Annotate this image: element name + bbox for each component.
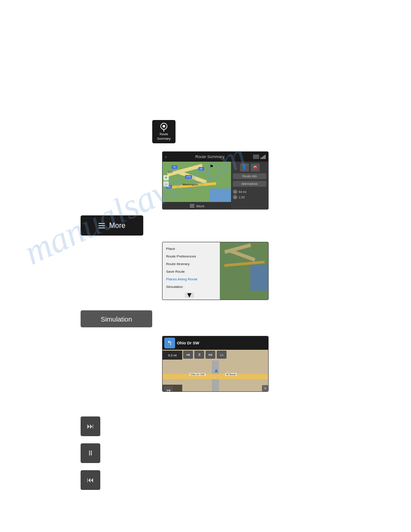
map-label-wv: WV — [168, 171, 173, 174]
sim-road-horizontal — [163, 374, 269, 379]
right-panel: 👤 🚘 Route Info Alternatives ⬡ 64 mi ◷ 1:… — [231, 162, 268, 210]
pause-button[interactable]: ⏸ — [194, 351, 204, 359]
speed-badge: 19 — [164, 386, 173, 392]
sim-label-ohio: Ohio Dr SW — [189, 373, 206, 376]
nav-arrow-icon: ▲ — [214, 367, 219, 373]
more-label-text: More — [109, 222, 125, 230]
distance-icon: ⬡ — [233, 189, 237, 194]
more-text: More — [196, 204, 204, 208]
map-label-washington: Washington — [183, 183, 198, 186]
map-badge-55: 55 — [198, 167, 204, 171]
map-area: WV Washington 70 55 270 81 + − ⚑ More — [163, 162, 232, 210]
sim-close-button[interactable]: ✕ — [262, 385, 268, 391]
pin-icon — [160, 123, 168, 132]
dropdown-map-preview — [220, 242, 268, 300]
map-badge-70: 70 — [171, 165, 177, 169]
back-button[interactable]: ‹ — [165, 154, 167, 159]
route-info-button[interactable]: Route Info — [233, 173, 266, 179]
next-button[interactable]: ⏭ — [81, 416, 100, 436]
screen-title: Route Summary — [195, 154, 224, 159]
dropdown-item-simulation[interactable]: Simulation — [166, 283, 217, 291]
dropdown-item-route-itinerary[interactable]: Route Itinerary — [166, 260, 217, 268]
more-button-bar[interactable]: More — [163, 202, 232, 210]
sim-label-wbasin: W Basin — [225, 373, 237, 376]
map-badge-270: 270 — [185, 175, 192, 179]
dropdown-item-place[interactable]: Place — [166, 245, 217, 253]
simulation-screen: ↰ Ohio Dr SW 0.3 mi ⏮ ⏸ ⏭ 1x ▲ Ohio Dr S… — [162, 336, 269, 392]
skip-forward-button[interactable]: ⏭ — [206, 351, 215, 359]
map-zoom-controls: + − — [163, 175, 169, 187]
distance-value: 0.3 mi — [168, 354, 176, 357]
skip-back-icon: ⏮ — [87, 476, 94, 484]
route-summary-label: Route — [160, 133, 168, 136]
turn-arrow-icon: ↰ — [164, 338, 175, 348]
prev-button[interactable]: ⏮ — [81, 470, 100, 490]
route-summary-label2: Summary — [157, 137, 171, 141]
car-icon: 🚘 — [251, 163, 260, 172]
dropdown-screen: Place Route Preferences Route Itinerary … — [162, 242, 269, 300]
alternatives-button[interactable]: Alternatives — [233, 181, 266, 187]
zoom-in-button[interactable]: + — [163, 175, 169, 180]
map-preview-area — [220, 242, 268, 300]
menu-icon — [98, 223, 105, 228]
chat-icon — [253, 154, 259, 159]
sim-info-panel: 19 9:14 1:25 65 mi — [163, 385, 182, 392]
dropdown-item-save-route[interactable]: Save Route — [166, 268, 217, 275]
speed-button[interactable]: 1x — [217, 351, 227, 359]
signal-icon — [261, 154, 265, 159]
dropdown-item-places-along-route[interactable]: Places Along Route — [166, 275, 217, 283]
simulation-button[interactable]: Simulation — [81, 310, 152, 327]
skip-back-button[interactable]: ⏮ — [183, 351, 193, 359]
dropdown-menu-list: Place Route Preferences Route Itinerary … — [163, 242, 221, 300]
chat-signal-area — [253, 154, 265, 159]
icon-row: 👤 🚘 — [233, 163, 266, 172]
playback-controls: ⏮ ⏸ ⏭ 1x — [183, 351, 227, 359]
pause-button[interactable]: ⏸ — [81, 443, 100, 463]
simulation-label-text: Simulation — [101, 315, 132, 323]
route-summary-icon[interactable]: Route Summary — [152, 120, 176, 143]
pause-icon: ⏸ — [87, 449, 94, 457]
svg-point-1 — [163, 125, 165, 128]
distance-badge: 0.3 mi — [163, 351, 182, 360]
screen-header: ‹ Route Summary — [163, 152, 268, 162]
chevron-down-icon[interactable]: ▼ — [185, 292, 194, 298]
distance-value: 64 mi — [239, 190, 246, 193]
more-button[interactable]: More — [81, 215, 143, 236]
sim-map: ▲ Ohio Dr SW W Basin ✕ 19 9:14 1:25 65 m… — [163, 360, 269, 392]
sim-header: ↰ Ohio Dr SW — [163, 336, 268, 350]
flag-icon: ⚑ — [210, 164, 214, 169]
dropdown-item-route-preferences[interactable]: Route Preferences — [166, 253, 217, 260]
zoom-out-button[interactable]: − — [163, 181, 169, 187]
time-value: 1:26 — [239, 196, 245, 199]
route-summary-screen: ‹ Route Summary WV Washington 70 55 270 … — [162, 151, 269, 210]
stats-row: ⬡ 64 mi ◷ 1:26 — [233, 189, 266, 199]
person-icon: 👤 — [240, 163, 249, 172]
time-icon: ◷ — [233, 195, 237, 199]
street-name-label: Ohio Dr SW — [177, 341, 266, 345]
skip-forward-icon: ⏭ — [87, 422, 94, 430]
more-icon — [190, 204, 194, 208]
